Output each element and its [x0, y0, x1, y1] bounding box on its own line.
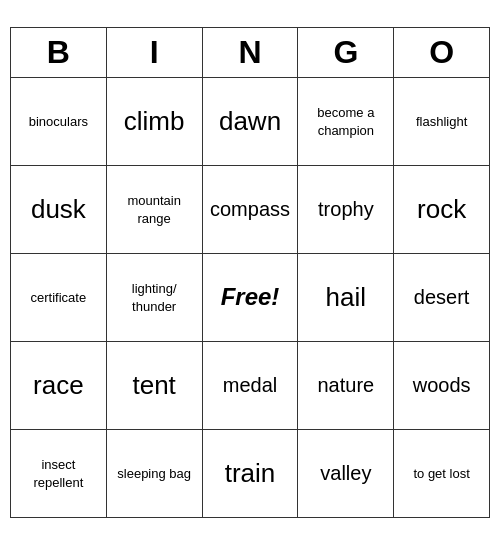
bingo-header-letter: O	[394, 27, 490, 77]
bingo-cell: trophy	[298, 165, 394, 253]
bingo-header: BINGO	[11, 27, 490, 77]
bingo-cell: train	[202, 429, 298, 517]
bingo-row: binocularsclimbdawnbecome a championflas…	[11, 77, 490, 165]
bingo-cell: race	[11, 341, 107, 429]
bingo-header-letter: B	[11, 27, 107, 77]
bingo-cell: climb	[106, 77, 202, 165]
bingo-header-letter: G	[298, 27, 394, 77]
bingo-cell: mountain range	[106, 165, 202, 253]
bingo-row: racetentmedalnaturewoods	[11, 341, 490, 429]
bingo-cell: dusk	[11, 165, 107, 253]
bingo-cell: to get lost	[394, 429, 490, 517]
bingo-row: certificatelighting/ thunderFree!haildes…	[11, 253, 490, 341]
bingo-header-letter: N	[202, 27, 298, 77]
bingo-cell: insect repellent	[11, 429, 107, 517]
bingo-cell: sleeping bag	[106, 429, 202, 517]
bingo-cell: dawn	[202, 77, 298, 165]
bingo-cell: rock	[394, 165, 490, 253]
bingo-row: duskmountain rangecompasstrophyrock	[11, 165, 490, 253]
bingo-cell: medal	[202, 341, 298, 429]
bingo-cell: nature	[298, 341, 394, 429]
bingo-cell: binoculars	[11, 77, 107, 165]
bingo-cell: hail	[298, 253, 394, 341]
bingo-cell: tent	[106, 341, 202, 429]
bingo-row: insect repellentsleeping bagtrainvalleyt…	[11, 429, 490, 517]
bingo-cell: woods	[394, 341, 490, 429]
bingo-header-letter: I	[106, 27, 202, 77]
bingo-cell: Free!	[202, 253, 298, 341]
bingo-cell: valley	[298, 429, 394, 517]
bingo-cell: flashlight	[394, 77, 490, 165]
bingo-cell: desert	[394, 253, 490, 341]
bingo-cell: compass	[202, 165, 298, 253]
bingo-card: BINGO binocularsclimbdawnbecome a champi…	[10, 27, 490, 518]
bingo-cell: lighting/ thunder	[106, 253, 202, 341]
bingo-cell: become a champion	[298, 77, 394, 165]
bingo-cell: certificate	[11, 253, 107, 341]
